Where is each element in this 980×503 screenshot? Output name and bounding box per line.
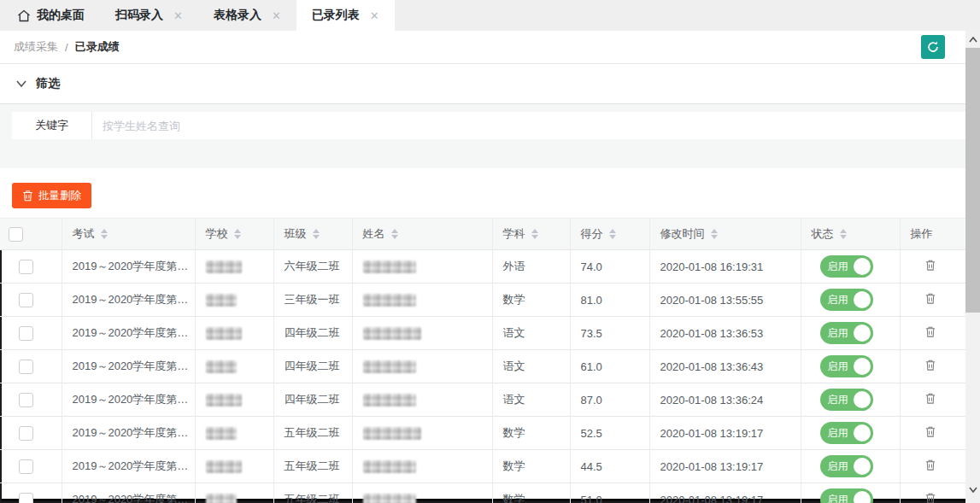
column-header-class[interactable]: 班级 [273,219,352,250]
cell-subject: 语文 [492,350,570,383]
cell-exam: 2019～2020学年度第一... [62,450,195,483]
cell-exam: 2019～2020学年度第一... [62,483,195,503]
censored-school-text [206,360,237,373]
cell-school [195,350,273,383]
batch-delete-button[interactable]: 批量删除 [12,183,91,208]
row-checkbox[interactable] [19,459,33,474]
delete-row-button[interactable] [923,457,938,476]
cell-exam: 2019～2020学年度第一... [62,284,195,317]
close-icon[interactable]: ✕ [173,9,183,22]
toggle-knob [854,491,871,503]
tab-label: 我的桌面 [37,8,85,23]
column-label: 操作 [911,226,933,242]
row-checkbox[interactable] [19,426,33,441]
cell-status: 启用 [801,450,900,483]
cell-class: 四年级二班 [273,317,352,350]
trash-icon [924,492,936,503]
select-all-checkbox[interactable] [9,227,23,242]
sort-icon[interactable] [313,229,320,239]
cell-actions [900,317,965,350]
row-checkbox[interactable] [19,493,33,503]
tab-label: 表格录入 [214,8,261,23]
delete-row-button[interactable] [923,390,938,409]
status-toggle-label: 启用 [828,360,848,374]
cell-score: 87.0 [570,383,649,417]
column-label: 学科 [503,226,525,242]
cell-school [195,383,273,417]
status-toggle[interactable]: 启用 [820,488,873,503]
vertical-scrollbar[interactable] [965,31,980,503]
status-toggle[interactable]: 启用 [820,255,873,278]
chevron-down-icon [15,79,27,88]
cell-class: 三年级一班 [273,284,352,317]
delete-row-button[interactable] [923,424,938,442]
delete-row-button[interactable] [923,324,938,342]
cell-school [195,250,273,284]
sort-icon[interactable] [840,229,847,239]
column-header-modified[interactable]: 修改时间 [649,219,801,250]
cell-subject: 数学 [492,483,570,503]
column-header-score[interactable]: 得分 [570,219,649,250]
status-toggle[interactable]: 启用 [820,455,873,477]
cell-actions [900,483,965,503]
tab-desktop[interactable]: 我的桌面 [2,0,100,31]
table-row: 2019～2020学年度第一...五年级二班数学52.52020-01-08 1… [0,417,965,450]
row-checkbox[interactable] [19,393,33,407]
status-toggle[interactable]: 启用 [820,355,873,377]
column-header-school[interactable]: 学校 [195,219,273,250]
table-row: 2019～2020学年度第一...三年级一班数学81.02020-01-08 1… [0,284,965,317]
censored-name-text [363,294,416,307]
status-toggle[interactable]: 启用 [820,289,873,311]
row-checkbox[interactable] [19,360,33,374]
status-toggle[interactable]: 启用 [820,422,873,444]
keyword-input[interactable] [91,112,968,139]
status-toggle[interactable]: 启用 [820,389,873,411]
censored-school-text [206,327,242,340]
cell-modified-time: 2020-01-08 13:36:43 [649,350,801,383]
cell-subject: 语文 [492,383,570,417]
status-toggle[interactable]: 启用 [820,322,873,344]
column-header-exam[interactable]: 考试 [62,219,195,250]
column-header-name[interactable]: 姓名 [352,219,492,250]
tab-2[interactable]: 表格录入✕ [198,0,296,31]
column-header-status[interactable]: 状态 [801,219,900,250]
trash-icon [924,425,936,441]
scrollbar-thumb[interactable] [965,48,980,313]
close-icon[interactable]: ✕ [272,9,281,22]
cell-actions [900,250,965,284]
row-checkbox[interactable] [19,326,33,341]
status-toggle-label: 启用 [828,459,848,474]
censored-name-text [363,427,421,440]
sort-icon[interactable] [531,229,538,239]
close-icon[interactable]: ✕ [370,9,379,22]
column-header-subject[interactable]: 学科 [492,219,570,250]
sort-icon[interactable] [609,229,616,239]
filter-panel: 关键字 [0,103,980,168]
refresh-button[interactable] [921,35,945,59]
row-checkbox[interactable] [19,293,33,307]
censored-name-text [363,327,421,340]
delete-row-button[interactable] [923,290,938,309]
scroll-up-arrow-icon[interactable] [965,32,980,47]
tab-3[interactable]: 已录列表✕ [296,0,395,31]
scroll-down-arrow-icon[interactable] [965,483,980,497]
row-checkbox[interactable] [19,260,33,274]
cell-exam: 2019～2020学年度第一... [62,317,195,350]
delete-row-button[interactable] [923,357,938,376]
delete-row-button[interactable] [923,490,938,503]
delete-row-button[interactable] [923,257,938,276]
sort-icon[interactable] [234,229,241,239]
sort-icon[interactable] [711,229,718,239]
sort-icon[interactable] [101,229,108,239]
column-label: 状态 [812,226,834,242]
filter-collapse-header[interactable]: 筛选 [0,64,980,103]
breadcrumb-section[interactable]: 成绩采集 [14,39,58,55]
cell-class: 五年级二班 [273,450,352,483]
censored-school-text [206,260,242,273]
toggle-knob [854,358,871,375]
tab-1[interactable]: 扫码录入✕ [100,0,198,31]
cell-subject: 数学 [492,284,570,317]
sort-icon[interactable] [391,229,398,239]
cell-score: 74.0 [570,250,649,284]
cell-exam: 2019～2020学年度第一... [62,417,195,450]
